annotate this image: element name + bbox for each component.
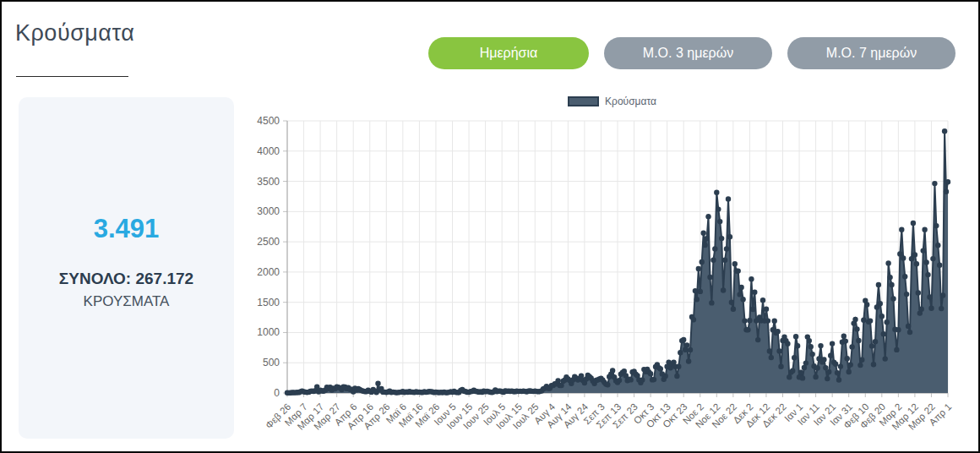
svg-text:2000: 2000 [257,266,280,278]
svg-text:3500: 3500 [257,176,280,188]
cases-panel: Κρούσματα Ημερήσια Μ.Ο. 3 ημερών Μ.Ο. 7 … [0,0,980,453]
svg-text:1000: 1000 [257,326,280,338]
page-title: Κρούσματα [15,20,134,46]
svg-text:0: 0 [274,387,280,399]
total-cases-line: ΣΥΝΟΛΟ: 267.172 [59,270,193,288]
summary-card: 3.491 ΣΥΝΟΛΟ: 267.172 ΚΡΟΥΣΜΑΤΑ [19,97,234,439]
svg-text:500: 500 [263,357,280,368]
svg-text:1500: 1500 [257,297,280,308]
svg-text:3000: 3000 [257,205,280,217]
toggle-7day-average[interactable]: Μ.Ο. 7 ημερών [787,37,956,69]
total-cases-caption: ΚΡΟΥΣΜΑΤΑ [84,293,170,310]
toggle-daily[interactable]: Ημερήσια [428,37,589,69]
view-toggle-group: Ημερήσια Μ.Ο. 3 ημερών Μ.Ο. 7 ημερών [428,37,956,69]
legend-label: Κρούσματα [605,96,656,107]
legend-swatch-icon [568,96,599,106]
toggle-3day-average[interactable]: Μ.Ο. 3 ημερών [604,37,772,69]
svg-text:4000: 4000 [257,145,280,157]
cases-chart-canvas[interactable]: 050010001500200025003000350040004500Φεβ … [255,112,969,450]
svg-text:4500: 4500 [257,115,280,127]
latest-cases-value: 3.491 [94,214,160,244]
cases-chart: Κρούσματα 050010001500200025003000350040… [255,93,969,450]
svg-text:2500: 2500 [257,236,280,248]
title-underline [16,76,128,77]
chart-legend[interactable]: Κρούσματα [255,93,969,110]
